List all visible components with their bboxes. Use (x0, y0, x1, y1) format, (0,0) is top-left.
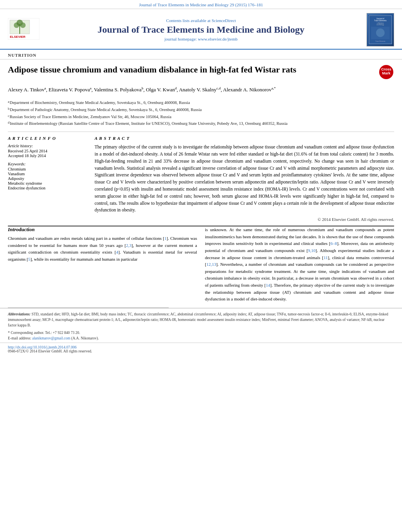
keyword-metabolic-syndrome: Metabolic syndrome (8, 181, 87, 185)
introduction-right-column: is unknown. At the same time, the role o… (205, 226, 394, 303)
journal-cover-svg: Journal of Trace Elements in Medicine an… (367, 15, 394, 44)
article-history-title: Article history: (8, 144, 87, 148)
svg-text:Trace Elements: Trace Elements (375, 41, 385, 42)
article-title-area: Adipose tissue chromium and vanadium dis… (0, 59, 402, 84)
copyright-line: © 2014 Elsevier GmbH. All rights reserve… (95, 217, 394, 222)
affiliation-a: aDepartment of Biochemistry, Orenburg St… (8, 100, 394, 106)
abbreviations-text: STD, standard diet; HFD, high-fat diet; … (8, 312, 388, 328)
svg-text:Mark: Mark (382, 71, 391, 75)
crossmark-badge[interactable]: Cross Mark (378, 64, 394, 80)
svg-text:in Medicine: in Medicine (377, 22, 384, 24)
journal-title: Journal of Trace Elements in Medicine an… (43, 24, 359, 35)
authors-area: Alexey A. Tinkova, Elizaveta V. Popovaa,… (0, 84, 402, 98)
abstract-column: A B S T R A C T The primary objective of… (95, 136, 394, 222)
article-info-column: A R T I C L E I N F O Article history: R… (8, 136, 87, 222)
keyword-endocrine-dysfunction: Endocrine dysfunction (8, 186, 87, 190)
homepage-link[interactable]: www.elsevier.de/jtemb (198, 37, 238, 41)
info-abstract-section: A R T I C L E I N F O Article history: R… (0, 132, 402, 226)
doi-line: http://dx.doi.org/10.1016/j.jtemb.2014.0… (8, 345, 394, 349)
abstract-title: A B S T R A C T (95, 136, 394, 141)
article-info-title: A R T I C L E I N F O (8, 136, 87, 141)
journal-thumbnail: Journal of Trace Elements in Medicine an… (367, 13, 394, 46)
elsevier-logo-svg: ELSEVIER (8, 18, 39, 40)
svg-text:Cross: Cross (381, 67, 391, 71)
affiliation-d: dInstitute of Bioelementology (Russian S… (8, 120, 394, 127)
keywords-title: Keywords: (8, 162, 87, 166)
journal-header: ELSEVIER Contents lists available at Sci… (0, 9, 402, 50)
abbreviations-label: Abbreviations: (8, 312, 31, 316)
received-date: Received 25 April 2014 (8, 149, 87, 153)
introduction-left-text: Chromium and vanadium are redox metals t… (8, 235, 197, 263)
email-label: E-mail address: (8, 336, 32, 340)
svg-text:Journal of: Journal of (376, 18, 385, 20)
corresponding-author-line: * Corresponding author. Tel.: +7 922 840… (8, 330, 394, 336)
issn-line: 0946-672X/© 2014 Elsevier GmbH. All righ… (8, 349, 394, 353)
doi-link[interactable]: http://dx.doi.org/10.1016/j.jtemb.2014.0… (8, 345, 76, 349)
journal-citation-text: Journal of Trace Elements in Medicine an… (139, 2, 263, 7)
svg-point-14 (376, 28, 385, 37)
section-label: NUTRITION (0, 50, 402, 59)
abbreviations-line: Abbreviations: STD, standard diet; HFD, … (8, 311, 394, 328)
introduction-left-column: Introduction Chromium and vanadium are r… (8, 226, 197, 303)
page-footer: http://dx.doi.org/10.1016/j.jtemb.2014.0… (0, 343, 402, 356)
svg-text:and Biology: and Biology (377, 24, 384, 26)
journal-thumbnail-area: Journal of Trace Elements in Medicine an… (359, 13, 394, 46)
author-email[interactable]: alanikmarov@gmail.com (32, 336, 71, 340)
introduction-right-text: is unknown. At the same time, the role o… (205, 226, 394, 303)
article-title: Adipose tissue chromium and vanadium dis… (8, 64, 378, 76)
svg-text:ELSEVIER: ELSEVIER (10, 35, 26, 39)
introduction-heading: Introduction (8, 226, 197, 233)
contents-available-line: Contents lists available at ScienceDirec… (43, 18, 359, 23)
journal-homepage: journal homepage: www.elsevier.de/jtemb (43, 37, 359, 41)
corresponding-label: * Corresponding author. Tel.: +7 922 840… (8, 331, 80, 335)
footnotes-area: Abbreviations: STD, standard diet; HFD, … (0, 308, 402, 343)
email-suffix: (A.A. Nikonarov). (70, 336, 99, 340)
journal-citation-bar: Journal of Trace Elements in Medicine an… (0, 0, 402, 9)
abstract-text: The primary objective of the current stu… (95, 144, 394, 214)
elsevier-logo-area: ELSEVIER (8, 18, 43, 41)
affiliation-c: cRussian Society of Trace Elements in Me… (8, 114, 394, 120)
svg-point-5 (20, 22, 26, 28)
keyword-vanadium: Vanadium (8, 172, 87, 176)
affiliations-area: aDepartment of Biochemistry, Orenburg St… (0, 98, 402, 132)
accepted-date: Accepted 18 July 2014 (8, 154, 87, 158)
introduction-section: Introduction Chromium and vanadium are r… (0, 226, 402, 303)
affiliation-b: bDepartment of Pathologic Anatomy, Orenb… (8, 107, 394, 113)
email-line: E-mail address: alanikmarov@gmail.com (A… (8, 336, 394, 341)
authors-line: Alexey A. Tinkova, Elizaveta V. Popovaa,… (8, 85, 394, 94)
svg-text:Trace Elements: Trace Elements (374, 20, 387, 22)
journal-header-center: Contents lists available at ScienceDirec… (43, 18, 359, 42)
keyword-adiposity: Adiposity (8, 176, 87, 181)
keyword-chromium: Chromium (8, 167, 87, 171)
sciencedirect-link[interactable]: ScienceDirect (212, 18, 236, 23)
